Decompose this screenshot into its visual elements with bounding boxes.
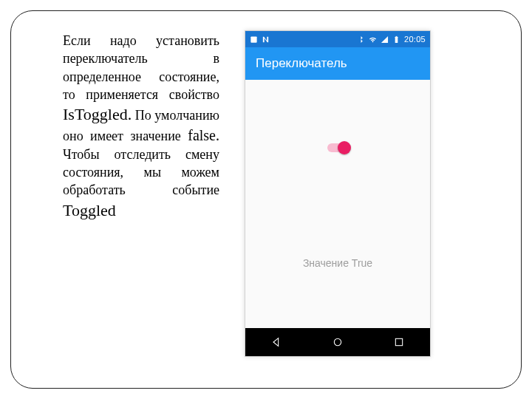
screen-body: Значение True	[245, 80, 430, 328]
status-left	[250, 35, 270, 44]
text-segment: Если надо установить переключатель в опр…	[63, 33, 219, 102]
clock-text: 20:05	[404, 35, 426, 44]
signal-icon	[381, 35, 389, 44]
slide-card: Если надо установить переключатель в опр…	[10, 10, 522, 389]
app-title: Переключатель	[256, 56, 347, 71]
svg-point-3	[334, 338, 341, 345]
value-label: Значение True	[245, 257, 430, 269]
bluetooth-icon	[357, 35, 365, 44]
status-bar: 20:05	[245, 31, 430, 47]
toggled-keyword: Toggled	[63, 201, 116, 219]
svg-rect-1	[395, 36, 398, 42]
n-icon	[262, 35, 270, 44]
battery-icon	[392, 35, 400, 44]
text-segment: Чтобы отследить смену состояния, мы може…	[63, 147, 219, 198]
home-icon[interactable]	[332, 336, 344, 348]
switch-thumb	[338, 141, 351, 154]
recents-icon[interactable]	[393, 336, 405, 348]
svg-rect-4	[396, 338, 403, 345]
app-icon	[250, 35, 258, 44]
description-text: Если надо установить переключатель в опр…	[63, 32, 219, 221]
status-right: 20:05	[357, 35, 426, 44]
slide-content: Если надо установить переключатель в опр…	[33, 27, 503, 372]
switch-control[interactable]	[327, 143, 348, 152]
wifi-icon	[369, 35, 377, 44]
svg-rect-0	[250, 36, 256, 42]
nav-bar	[245, 328, 430, 356]
false-keyword: false.	[188, 127, 219, 143]
back-icon[interactable]	[270, 336, 282, 348]
svg-rect-2	[396, 35, 398, 36]
app-bar: Переключатель	[245, 47, 430, 80]
phone-mockup: 20:05 Переключатель Значение True	[245, 30, 431, 357]
istoggled-keyword: IsToggled.	[63, 105, 132, 123]
switch-track	[327, 143, 348, 152]
